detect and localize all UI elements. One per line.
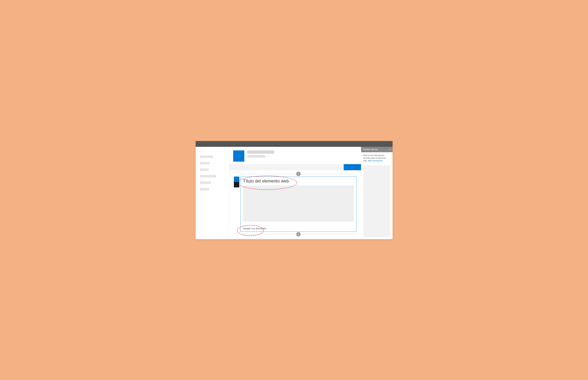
app-body: + Título del elemento web Agregar una de… xyxy=(196,147,393,239)
site-title-block xyxy=(247,151,274,158)
plus-icon: + xyxy=(297,233,299,236)
nav-item-placeholder[interactable] xyxy=(200,155,213,158)
site-logo[interactable] xyxy=(233,151,244,162)
close-icon[interactable]: × xyxy=(388,148,391,151)
webpart-edit-button[interactable] xyxy=(234,177,239,182)
panel-header: Nombre del ele... × xyxy=(361,147,393,152)
nav-item-placeholder[interactable] xyxy=(200,175,216,177)
property-panel: Nombre del ele... × Aquí va una descripc… xyxy=(361,147,393,239)
nav-item-placeholder[interactable] xyxy=(200,162,210,165)
site-subtitle-placeholder xyxy=(247,155,265,158)
panel-content-placeholder xyxy=(363,165,390,237)
site-title-placeholder xyxy=(247,151,274,154)
nav-item-placeholder[interactable] xyxy=(200,188,209,190)
command-bar xyxy=(230,164,361,170)
add-section-button-bottom[interactable]: + xyxy=(296,232,301,236)
left-nav xyxy=(196,147,229,239)
webpart-body-placeholder[interactable] xyxy=(243,185,354,222)
main-content: + Título del elemento web Agregar una de… xyxy=(229,147,361,239)
panel-title: Nombre del ele... xyxy=(363,148,388,151)
command-bar-primary-button[interactable] xyxy=(344,164,361,170)
webpart-title[interactable]: Título del elemento web xyxy=(243,179,354,184)
webpart-move-button[interactable] xyxy=(234,182,239,187)
nav-item-placeholder[interactable] xyxy=(200,181,211,184)
webpart-row: Título del elemento web Agregar una desc… xyxy=(234,177,357,232)
suite-bar xyxy=(196,141,393,147)
panel-description: Aquí va una descripción sencilla sobre e… xyxy=(361,152,393,164)
webpart-container[interactable]: Título del elemento web Agregar una desc… xyxy=(240,177,357,232)
webpart-description-placeholder[interactable]: Agregar una descripción xyxy=(243,227,354,230)
site-header xyxy=(230,151,361,164)
app-frame: + Título del elemento web Agregar una de… xyxy=(196,141,393,239)
section-divider-bottom: + xyxy=(240,234,357,234)
page-canvas: + Título del elemento web Agregar una de… xyxy=(230,170,361,239)
plus-icon: + xyxy=(297,172,299,175)
more-info-link[interactable]: Más información xyxy=(368,160,383,162)
webpart-toolbox xyxy=(234,177,239,232)
add-section-button-top[interactable]: + xyxy=(296,172,301,176)
nav-item-placeholder[interactable] xyxy=(200,169,209,171)
